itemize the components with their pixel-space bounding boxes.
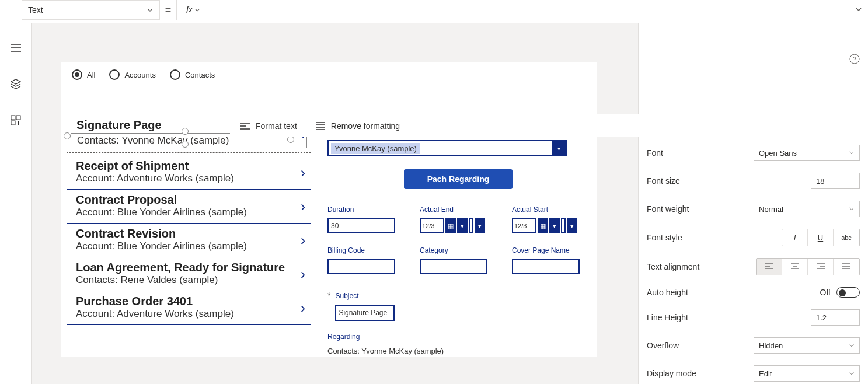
field-label: Duration [327, 205, 395, 214]
subject-input[interactable]: Signature Page [335, 305, 395, 321]
list-item[interactable]: Purchase Order 3401Account: Adventure Wo… [67, 291, 311, 325]
category-input[interactable] [420, 259, 487, 274]
auto-height-toggle[interactable] [836, 287, 860, 298]
align-justify-button[interactable] [834, 259, 859, 275]
actual-end-datepicker[interactable]: 12/3 ▦ ▾ : ▾ [420, 218, 487, 233]
radio-contacts[interactable]: Contacts [170, 69, 215, 80]
gallery-list: Receipt of ShipmentAccount: Adventure Wo… [67, 156, 311, 325]
list-item[interactable]: Receipt of ShipmentAccount: Adventure Wo… [67, 156, 311, 190]
help-icon[interactable]: ? [849, 54, 860, 64]
patch-button[interactable]: Pach Regarding [404, 169, 513, 189]
remove-formatting-button[interactable]: Remove formatting [316, 121, 400, 131]
detail-form: Yvonne McKay (sample) ▾ Pach Regarding D… [327, 140, 589, 355]
prop-font-style: Font style I U abc [639, 223, 868, 252]
chevron-right-icon[interactable]: › [301, 266, 305, 282]
regarding-combobox[interactable]: Yvonne McKay (sample) ▾ [327, 140, 567, 156]
filter-radio-group: All Accounts Contacts [61, 62, 597, 86]
resize-handle[interactable] [182, 128, 189, 135]
item-title: Contract Revision [76, 227, 306, 240]
italic-button[interactable]: I [782, 229, 808, 246]
item-title: Receipt of Shipment [76, 159, 306, 173]
chevron-down-icon [849, 371, 855, 376]
item-subtitle: Contacts: Yvonne McKay (sample) [77, 135, 229, 146]
align-left-button[interactable] [757, 259, 782, 275]
chevron-down-icon [849, 206, 855, 212]
svg-rect-1 [16, 116, 20, 120]
prop-overflow: Overflow Hidden [639, 331, 868, 359]
align-center-button[interactable] [782, 259, 808, 275]
billing-code-input[interactable] [327, 259, 395, 274]
field-label: Regarding [327, 333, 589, 341]
insert-icon[interactable] [10, 114, 22, 126]
cover-page-input[interactable] [512, 259, 580, 274]
chevron-right-icon[interactable]: › [301, 198, 305, 215]
duration-input[interactable]: 30 [327, 218, 395, 233]
item-subtitle: Account: Blue Yonder Airlines (sample) [76, 207, 306, 218]
property-selector-value: Text [28, 5, 43, 15]
prop-display-mode: Display mode Edit [639, 359, 868, 384]
resize-handle[interactable] [64, 132, 71, 139]
field-label: Actual Start [512, 205, 580, 214]
svg-text:?: ? [853, 55, 856, 62]
field-label: Cover Page Name [512, 246, 580, 254]
radio-all[interactable]: All [72, 69, 95, 80]
property-selector[interactable]: Text [22, 0, 160, 20]
hamburger-icon[interactable] [10, 42, 22, 54]
list-item[interactable]: Loan Agreement, Ready for SignatureConta… [67, 257, 311, 291]
field-label: Subject [335, 292, 395, 300]
regarding-field: Regarding Contacts: Yvonne McKay (sample… [327, 333, 589, 355]
chevron-down-icon[interactable]: ▾ [552, 141, 566, 155]
radio-accounts[interactable]: Accounts [109, 69, 155, 80]
regarding-text: Contacts: Yvonne McKay (sample) [327, 347, 589, 355]
formula-bar: Text = fx If( IsBlank( ThisItem.Regardin… [0, 0, 868, 21]
subject-field: * Subject Signature Page [327, 292, 589, 321]
chevron-right-icon[interactable]: › [301, 232, 305, 249]
actual-start-datepicker[interactable]: 12/3 ▦ ▾ : ▾ [512, 218, 580, 233]
font-style-buttons: I U abc [782, 229, 860, 246]
calendar-icon[interactable]: ▦ [445, 218, 456, 233]
prop-font-size: Font size 18 [639, 167, 868, 195]
display-mode-select[interactable]: Edit [754, 365, 860, 382]
align-right-button[interactable] [808, 259, 834, 275]
layers-icon[interactable] [10, 78, 22, 90]
prop-font: Font Open Sans [639, 139, 868, 167]
item-subtitle: Account: Blue Yonder Airlines (sample) [76, 240, 306, 252]
chevron-down-icon[interactable]: ▾ [567, 218, 577, 233]
app-canvas: All Accounts Contacts Signature Page Con… [61, 62, 597, 357]
line-height-input[interactable]: 1.2 [811, 309, 860, 326]
list-item[interactable]: Contract RevisionAccount: Blue Yonder Ai… [67, 224, 311, 257]
prop-font-weight: Font weight Normal [639, 195, 868, 223]
fx-button[interactable]: fx [176, 0, 210, 20]
chevron-right-icon[interactable]: › [301, 300, 305, 316]
font-select[interactable]: Open Sans [754, 145, 860, 161]
chevron-down-icon[interactable]: ▾ [457, 218, 468, 233]
chevron-down-icon [849, 343, 855, 348]
calendar-icon[interactable]: ▦ [538, 218, 548, 233]
svg-rect-0 [11, 116, 15, 120]
item-subtitle: Account: Adventure Works (sample) [76, 173, 306, 184]
svg-rect-2 [11, 121, 15, 125]
item-subtitle: Account: Adventure Works (sample) [76, 308, 306, 320]
strikethrough-button[interactable]: abc [834, 229, 859, 246]
prop-line-height: Line Height 1.2 [639, 303, 868, 331]
font-size-input[interactable]: 18 [811, 173, 860, 189]
fields-row-2: Billing Code Category Cover Page Name [327, 246, 589, 274]
chevron-right-icon[interactable]: › [301, 165, 305, 181]
list-item[interactable]: Contract ProposalAccount: Blue Yonder Ai… [67, 190, 311, 224]
chevron-down-icon [147, 6, 154, 13]
remove-formatting-icon [316, 122, 325, 130]
field-label: Category [420, 246, 487, 254]
format-text-button[interactable]: Format text [240, 121, 297, 131]
required-star: * [327, 292, 330, 299]
item-subtitle: Contacts: Rene Valdes (sample) [76, 274, 306, 286]
chevron-down-icon[interactable]: ▾ [549, 218, 560, 233]
resize-handle[interactable] [182, 141, 189, 148]
align-buttons [756, 258, 860, 275]
chevron-down-icon[interactable]: ▾ [475, 218, 485, 233]
field-label: Billing Code [327, 246, 395, 254]
prop-text-align: Text alignment [639, 252, 868, 281]
font-weight-select[interactable]: Normal [754, 201, 860, 217]
underline-button[interactable]: U [808, 229, 834, 246]
overflow-select[interactable]: Hidden [754, 337, 860, 354]
chevron-down-icon[interactable] [855, 6, 862, 13]
